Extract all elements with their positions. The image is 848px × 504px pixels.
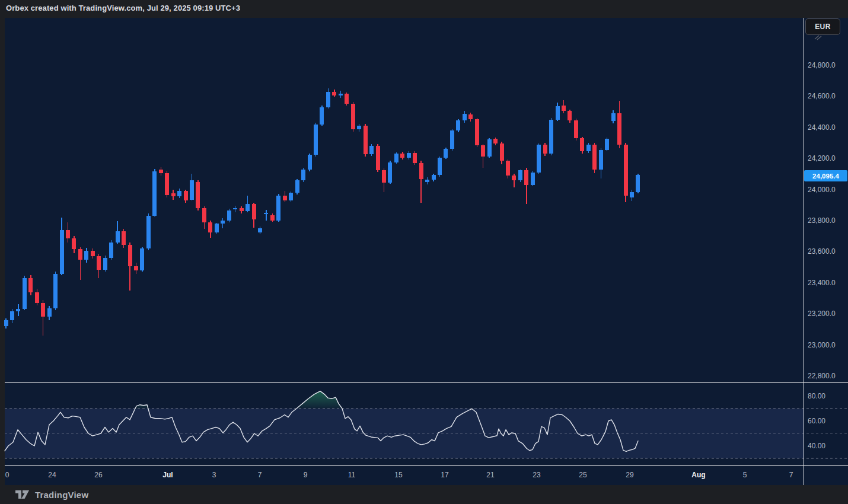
- candle-body: [122, 231, 126, 244]
- candle-body: [531, 173, 535, 185]
- candle-body: [574, 120, 578, 138]
- currency-unit-label: EUR: [815, 23, 831, 31]
- candle-body: [605, 139, 609, 149]
- candle-body: [543, 145, 547, 154]
- candle-body: [500, 143, 504, 161]
- top-bar: Orbex created with TradingView.com, Jul …: [0, 0, 848, 18]
- candle-body: [586, 145, 591, 152]
- candle-body: [549, 120, 553, 154]
- candle-body: [537, 145, 541, 173]
- currency-unit-button[interactable]: EUR: [805, 18, 840, 35]
- candle-body: [140, 248, 144, 270]
- candle-body: [258, 228, 262, 232]
- chart-canvas[interactable]: 24,800.024,600.024,400.024,200.024,000.0…: [0, 0, 848, 504]
- candle-body: [246, 204, 250, 211]
- candle-body: [165, 173, 169, 195]
- candle-body: [512, 176, 516, 180]
- candle-body: [116, 231, 120, 242]
- candle-body: [97, 256, 101, 269]
- candle-body: [624, 145, 628, 196]
- time-axis-label: 23: [533, 471, 541, 479]
- time-axis-label: 21: [486, 471, 495, 479]
- candle-body: [351, 104, 355, 129]
- candle-body: [376, 146, 380, 170]
- candle-body: [233, 208, 237, 209]
- candle-body: [524, 170, 528, 185]
- time-axis-label: 7: [258, 471, 262, 479]
- rsi-axis-label: 60.00: [808, 417, 825, 425]
- candle-body: [202, 208, 206, 222]
- candle-body: [283, 196, 287, 200]
- candle-body: [16, 309, 20, 311]
- tradingview-logo-icon[interactable]: [15, 490, 30, 499]
- time-axis-label: 17: [441, 471, 449, 479]
- tradingview-chart-page: Orbex created with TradingView.com, Jul …: [0, 0, 848, 504]
- candle-body: [276, 196, 280, 221]
- candle-body: [109, 243, 113, 258]
- time-axis-label: 11: [348, 471, 356, 479]
- price-axis-label: 24,600.0: [808, 92, 836, 100]
- candle-body: [72, 238, 76, 249]
- candle-body: [35, 292, 39, 303]
- candle-body: [611, 113, 616, 121]
- candle-body: [47, 308, 52, 317]
- candle-body: [103, 258, 107, 270]
- price-axis-label: 23,200.0: [808, 310, 836, 318]
- candle-body: [171, 193, 176, 196]
- candle-body: [475, 119, 479, 145]
- candle-body: [580, 138, 584, 151]
- time-axis-label: 26: [94, 471, 103, 479]
- candle-body: [630, 192, 634, 197]
- candle-body: [413, 153, 417, 163]
- candle-body: [326, 92, 330, 107]
- time-axis-label: 7: [789, 471, 793, 479]
- candle-body: [308, 155, 312, 170]
- time-axis-label: 25: [579, 471, 587, 479]
- candle-body: [221, 221, 225, 224]
- candle-body: [450, 130, 454, 149]
- candle-body: [568, 111, 572, 120]
- candle-body: [425, 180, 429, 181]
- candle-body: [289, 193, 293, 200]
- candle-body: [159, 170, 163, 174]
- candle-body: [190, 180, 194, 200]
- candle-body: [339, 94, 343, 95]
- candle-body: [487, 139, 492, 156]
- candle-body: [320, 107, 324, 125]
- candle-body: [481, 145, 485, 156]
- time-axis-label: Aug: [691, 471, 705, 479]
- candle-body: [388, 162, 392, 183]
- candle-body: [456, 120, 460, 130]
- candle-body: [28, 278, 33, 292]
- price-axis-label: 24,200.0: [808, 154, 836, 162]
- candle-body: [493, 139, 498, 143]
- candle-body: [152, 171, 157, 216]
- candle-body: [10, 311, 14, 320]
- candle-body: [444, 149, 448, 158]
- candle-body: [66, 230, 70, 238]
- candle-body: [419, 163, 423, 179]
- time-axis-label: 29: [626, 471, 634, 479]
- time-axis-label: 15: [394, 471, 403, 479]
- candle-body: [270, 215, 275, 221]
- candle-body: [562, 106, 566, 111]
- candle-body: [592, 145, 597, 170]
- candle-body: [146, 216, 151, 248]
- candle-body: [394, 154, 399, 162]
- candle-body: [438, 158, 442, 176]
- candle-body: [518, 170, 522, 180]
- price-axis-label: 23,800.0: [808, 216, 836, 225]
- candle-body: [196, 182, 200, 209]
- candle-body: [364, 126, 368, 155]
- candle-body: [599, 150, 603, 170]
- candle-body: [4, 320, 8, 326]
- candle-body: [134, 266, 138, 270]
- candle-body: [41, 303, 45, 317]
- time-axis-label: 5: [743, 471, 747, 479]
- time-axis-label: 0: [5, 471, 9, 479]
- candle-body: [208, 222, 212, 232]
- chart-title: Orbex created with TradingView.com, Jul …: [6, 4, 240, 12]
- footer-bar: TradingView: [0, 485, 848, 504]
- tradingview-brand-text[interactable]: TradingView: [35, 490, 88, 500]
- candle-body: [84, 251, 88, 259]
